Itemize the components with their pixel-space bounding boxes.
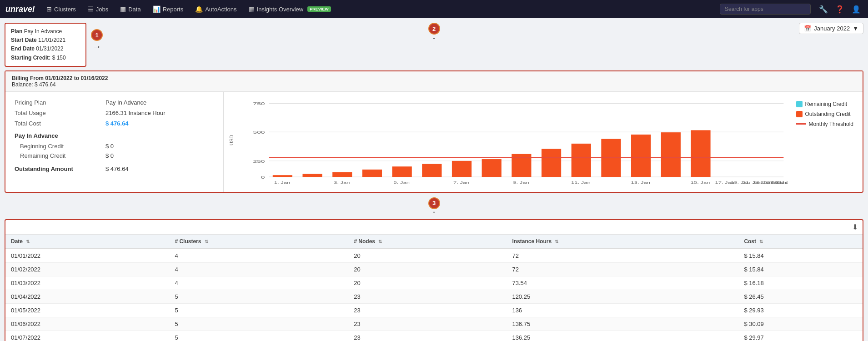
cell-cost: $ 29.97 bbox=[738, 331, 863, 341]
nav-actions: 🔧 ❓ 👤 bbox=[817, 3, 863, 15]
cell-instance_hours: 120.25 bbox=[507, 290, 738, 303]
svg-rect-8 bbox=[273, 175, 292, 177]
plan-value: Pay In Advance bbox=[24, 28, 62, 35]
svg-rect-22 bbox=[691, 130, 710, 177]
outstanding-credit-color bbox=[796, 111, 803, 117]
annotation-3-container: 3 ↑ bbox=[5, 197, 863, 217]
svg-rect-21 bbox=[661, 132, 681, 177]
total-cost-row: Total Cost $ 476.64 bbox=[15, 120, 214, 127]
table-section: ⬇ Date ⇅ # Clusters ⇅ # Nodes ⇅ bbox=[5, 219, 863, 341]
svg-rect-18 bbox=[572, 144, 591, 177]
cell-cost: $ 26.45 bbox=[738, 290, 863, 303]
cell-nodes: 20 bbox=[348, 249, 507, 263]
cell-instance_hours: 72 bbox=[507, 262, 738, 276]
balance-label: Balance: bbox=[12, 81, 35, 88]
arrow-right-icon: → bbox=[92, 42, 101, 51]
cell-nodes: 23 bbox=[348, 317, 507, 331]
cell-clusters: 5 bbox=[169, 290, 348, 303]
y-axis-label-container: USD bbox=[228, 99, 235, 186]
preview-badge: PREVIEW bbox=[307, 6, 331, 12]
cell-cost: $ 29.93 bbox=[738, 303, 863, 317]
cell-instance_hours: 72 bbox=[507, 249, 738, 263]
sort-cost-icon: ⇅ bbox=[759, 239, 763, 244]
arrow-up-icon-3: ↑ bbox=[432, 209, 436, 217]
tools-icon[interactable]: 🔧 bbox=[817, 3, 830, 15]
remaining-credit-label: Remaining Credit bbox=[20, 152, 105, 159]
svg-rect-11 bbox=[362, 170, 382, 177]
autoactions-icon: 🔔 bbox=[195, 5, 203, 13]
search-input[interactable] bbox=[720, 4, 811, 15]
cell-nodes: 20 bbox=[348, 276, 507, 290]
starting-credit-line: Starting Credit: $ 150 bbox=[11, 54, 80, 62]
main-content: Plan Pay In Advance Start Date 11/01/202… bbox=[0, 18, 868, 341]
annotation-1: 1 bbox=[91, 29, 103, 41]
plan-label: Plan bbox=[11, 28, 24, 35]
cell-date: 01/01/2022 bbox=[5, 249, 169, 263]
svg-rect-12 bbox=[392, 166, 412, 177]
nav-insights[interactable]: ▦ Insights Overview PREVIEW bbox=[244, 4, 336, 15]
cell-date: 01/02/2022 bbox=[5, 262, 169, 276]
outstanding-amount-value: $ 476.64 bbox=[105, 165, 129, 172]
legend-monthly-threshold: Monthly Threshold bbox=[796, 121, 854, 127]
nav-insights-label: Insights Overview bbox=[257, 6, 304, 13]
col-date[interactable]: Date ⇅ bbox=[5, 235, 169, 249]
nav-reports[interactable]: 📊 Reports bbox=[148, 4, 188, 15]
svg-rect-10 bbox=[332, 172, 352, 176]
cell-instance_hours: 136.25 bbox=[507, 331, 738, 341]
nav-autoactions[interactable]: 🔔 AutoActions bbox=[191, 4, 241, 15]
col-nodes[interactable]: # Nodes ⇅ bbox=[348, 235, 507, 249]
cell-date: 01/03/2022 bbox=[5, 276, 169, 290]
cell-date: 01/06/2022 bbox=[5, 317, 169, 331]
end-date-value: 01/31/2022 bbox=[36, 45, 63, 52]
svg-text:9. Jan: 9. Jan bbox=[513, 181, 529, 184]
user-icon[interactable]: 👤 bbox=[850, 3, 863, 15]
outstanding-amount-label: Outstanding Amount bbox=[15, 165, 105, 172]
billing-header: Billing From 01/01/2022 to 01/16/2022 Ba… bbox=[5, 71, 863, 92]
pay-in-advance-title: Pay In Advance bbox=[15, 132, 214, 139]
col-clusters[interactable]: # Clusters ⇅ bbox=[169, 235, 348, 249]
total-cost-value: $ 476.64 bbox=[105, 120, 129, 127]
nav-data[interactable]: ▦ Data bbox=[115, 4, 145, 15]
cell-clusters: 5 bbox=[169, 303, 348, 317]
billing-section: Billing From 01/01/2022 to 01/16/2022 Ba… bbox=[5, 70, 863, 193]
table-header: Date ⇅ # Clusters ⇅ # Nodes ⇅ Instance H… bbox=[5, 235, 863, 249]
svg-text:7. Jan: 7. Jan bbox=[453, 181, 470, 184]
cell-date: 01/07/2022 bbox=[5, 331, 169, 341]
data-table: Date ⇅ # Clusters ⇅ # Nodes ⇅ Instance H… bbox=[5, 235, 863, 341]
plan-line: Plan Pay In Advance bbox=[11, 27, 80, 36]
clusters-icon: ⊞ bbox=[46, 5, 52, 13]
svg-text:750: 750 bbox=[253, 102, 265, 106]
beginning-credit-label: Beginning Credit bbox=[20, 143, 105, 150]
start-date-line: Start Date 11/01/2021 bbox=[11, 36, 80, 45]
svg-rect-20 bbox=[631, 135, 651, 177]
nav-jobs[interactable]: ☰ Jobs bbox=[83, 4, 113, 15]
total-cost-label: Total Cost bbox=[15, 120, 105, 127]
svg-text:5. Jan: 5. Jan bbox=[394, 181, 410, 184]
table-row: 01/05/2022523136$ 29.93 bbox=[5, 303, 863, 317]
bar-chart: 750 500 250 0 bbox=[237, 99, 788, 186]
cell-instance_hours: 73.54 bbox=[507, 276, 738, 290]
arrow-up-icon-2: ↑ bbox=[432, 35, 436, 44]
download-button[interactable]: ⬇ bbox=[852, 223, 858, 231]
svg-text:11. Jan: 11. Jan bbox=[571, 181, 591, 184]
legend-remaining-credit: Remaining Credit bbox=[796, 101, 854, 107]
col-cost[interactable]: Cost ⇅ bbox=[738, 235, 863, 249]
annotation-3: 3 bbox=[428, 197, 440, 209]
table-body: 01/01/202242072$ 15.8401/02/202242072$ 1… bbox=[5, 249, 863, 341]
billing-body: Pricing Plan Pay In Advance Total Usage … bbox=[5, 92, 863, 192]
cell-cost: $ 16.18 bbox=[738, 276, 863, 290]
remaining-credit-label: Remaining Credit bbox=[805, 101, 848, 107]
remaining-credit-value: $ 0 bbox=[105, 152, 114, 159]
svg-text:0: 0 bbox=[261, 175, 265, 180]
svg-text:15. Jan: 15. Jan bbox=[691, 181, 710, 184]
cell-nodes: 23 bbox=[348, 303, 507, 317]
help-icon[interactable]: ❓ bbox=[833, 3, 846, 15]
nav-clusters[interactable]: ⊞ Clusters bbox=[42, 4, 80, 15]
monthly-threshold-line bbox=[796, 123, 806, 125]
start-date-value: 11/01/2021 bbox=[38, 37, 65, 43]
cell-cost: $ 15.84 bbox=[738, 249, 863, 263]
svg-text:3. Jan: 3. Jan bbox=[334, 181, 350, 184]
date-selector[interactable]: 📅 January 2022 ▼ bbox=[799, 23, 863, 34]
sort-instance-hours-icon: ⇅ bbox=[555, 239, 558, 244]
col-instance-hours[interactable]: Instance Hours ⇅ bbox=[507, 235, 738, 249]
